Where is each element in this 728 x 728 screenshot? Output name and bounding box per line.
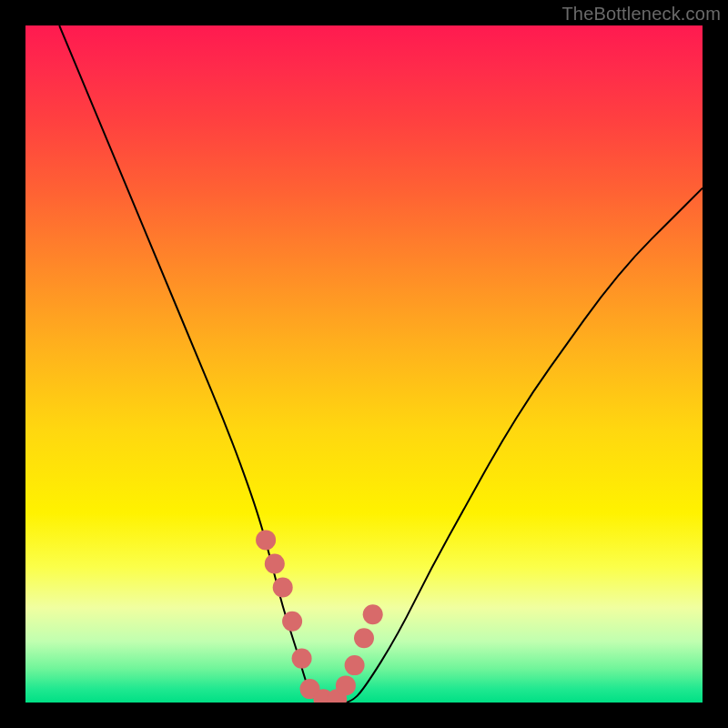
marker-dot [273,578,293,598]
marker-dot [265,554,285,574]
watermark-text: TheBottleneck.com [561,4,721,25]
marker-dot [282,612,302,632]
curve-path [59,25,703,703]
marker-dot [336,675,356,695]
highlight-markers [256,530,383,703]
marker-dot [363,604,383,624]
curve-line [59,25,703,703]
marker-dot [256,530,276,550]
chart-frame: TheBottleneck.com [0,0,728,728]
marker-dot [292,649,312,669]
plot-area [25,25,703,703]
chart-svg [25,25,703,703]
marker-dot [345,655,365,675]
marker-dot [354,628,374,648]
